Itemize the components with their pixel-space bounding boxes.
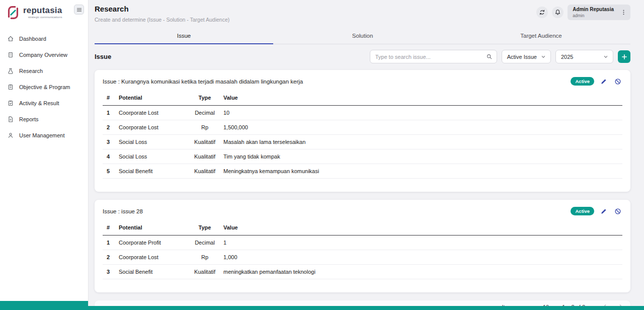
cell-num: 3 xyxy=(103,265,119,279)
issue-card: Issue : issue 28Active#PotentialTypeValu… xyxy=(95,200,630,292)
table-row: 3Social LossKualitatifMasalah akan lama … xyxy=(103,135,622,149)
cell-num: 2 xyxy=(103,250,119,265)
column-header-potential: Potential xyxy=(119,221,189,236)
sidebar-toggle-button[interactable] xyxy=(74,5,84,15)
deactivate-issue-button[interactable] xyxy=(613,78,622,85)
cell-type: Kualitatif xyxy=(189,149,220,164)
sidebar-item-company-overview[interactable]: Company Overview xyxy=(0,47,88,63)
cell-value: Masalah akan lama terselesaikan xyxy=(220,135,622,149)
tab-target-audience[interactable]: Target Audience xyxy=(452,29,630,44)
reports-icon xyxy=(7,116,14,123)
status-filter-value: Active Issue xyxy=(507,54,537,60)
cell-value: 1,000 xyxy=(220,250,622,265)
cell-type: Kualitatif xyxy=(189,164,220,179)
column-header-type: Type xyxy=(189,221,220,236)
reputasia-logo-icon xyxy=(5,5,21,21)
sidebar-item-dashboard[interactable]: Dashboard xyxy=(0,31,88,47)
user-menu[interactable]: Admin Reputasia admin xyxy=(568,5,630,20)
cell-type: Decimal xyxy=(189,106,220,120)
header-actions: Admin Reputasia admin xyxy=(536,5,630,20)
bell-icon xyxy=(554,9,561,16)
column-header-potential: Potential xyxy=(119,92,189,106)
issue-title: Issue : issue 28 xyxy=(103,208,566,214)
disable-icon xyxy=(614,78,621,85)
table-header-row: #PotentialTypeValue xyxy=(103,92,622,106)
table-row: 3Social BenefitKualitatifmeningkatkan pe… xyxy=(103,265,622,279)
sidebar-item-research[interactable]: Research xyxy=(0,63,88,79)
column-header-type: Type xyxy=(189,92,220,106)
cell-potential: Social Loss xyxy=(119,135,189,149)
year-filter-select[interactable]: 2025 xyxy=(555,50,613,63)
cell-type: Rp xyxy=(189,120,220,135)
cell-potential: Coorporate Lost xyxy=(119,120,189,135)
edit-issue-button[interactable] xyxy=(599,78,608,85)
issue-toolbar: Issue Active Issue 2025 xyxy=(95,44,630,70)
column-header-value: Value xyxy=(220,92,622,106)
sidebar-item-reports[interactable]: Reports xyxy=(0,111,88,127)
deactivate-issue-button[interactable] xyxy=(613,208,622,215)
objective-icon xyxy=(7,84,14,91)
toolbar-controls: Active Issue 2025 xyxy=(370,50,630,63)
notifications-button[interactable] xyxy=(552,7,564,18)
user-name: Admin Reputasia xyxy=(573,7,614,12)
user-icon xyxy=(7,132,14,139)
app-window: reputasia strategic communications Dashb… xyxy=(0,0,644,306)
cell-num: 5 xyxy=(103,164,119,179)
cell-num: 3 xyxy=(103,135,119,149)
add-issue-button[interactable] xyxy=(618,50,630,63)
cell-value: Tim yang tidak kompak xyxy=(220,149,622,164)
activity-icon xyxy=(7,100,14,107)
column-header-value: Value xyxy=(220,221,622,236)
next-page-button[interactable] xyxy=(614,300,627,306)
cell-num: 4 xyxy=(103,149,119,164)
previous-page-button[interactable] xyxy=(598,300,611,306)
issue-card: Issue : Kurangnya komunikasi ketika terj… xyxy=(95,70,630,192)
search-input[interactable] xyxy=(375,54,486,60)
plus-icon xyxy=(621,53,628,60)
refresh-button[interactable] xyxy=(536,7,548,18)
cell-type: Decimal xyxy=(189,236,220,250)
user-meta: Admin Reputasia admin xyxy=(573,7,614,18)
tab-issue[interactable]: Issue xyxy=(95,29,273,44)
search-icon xyxy=(486,53,493,60)
issue-card-list: Issue : Kurangnya komunikasi ketika terj… xyxy=(95,70,630,292)
sidebar-item-label: Reports xyxy=(19,116,39,122)
tab-solution[interactable]: Solution xyxy=(273,29,452,44)
edit-icon xyxy=(600,208,607,215)
sidebar-footer-accent xyxy=(0,301,88,306)
cell-value: 10 xyxy=(220,106,622,120)
tab-label: Solution xyxy=(352,33,373,39)
sidebar-item-label: Objective & Program xyxy=(19,84,70,90)
kebab-menu-icon[interactable] xyxy=(619,9,628,16)
cell-potential: Social Loss xyxy=(119,149,189,164)
issue-card-header: Issue : issue 28Active xyxy=(103,207,622,215)
sidebar-item-user-management[interactable]: User Management xyxy=(0,127,88,143)
main-content: Research Create and determine (Issue - S… xyxy=(89,0,644,306)
column-header-num: # xyxy=(103,221,119,236)
sidebar-item-label: Activity & Result xyxy=(19,100,59,106)
status-filter-select[interactable]: Active Issue xyxy=(502,50,551,63)
cell-type: Rp xyxy=(189,250,220,265)
cell-num: 1 xyxy=(103,236,119,250)
sidebar-spacer xyxy=(0,143,88,301)
sidebar-item-activity-result[interactable]: Activity & Result xyxy=(0,95,88,111)
cell-num: 2 xyxy=(103,120,119,135)
sidebar-item-objective-program[interactable]: Objective & Program xyxy=(0,79,88,95)
sidebar-item-label: User Management xyxy=(19,132,65,138)
logo-row: reputasia strategic communications xyxy=(0,0,88,23)
edit-icon xyxy=(600,78,607,85)
search-box xyxy=(370,50,497,63)
brand-tagline: strategic communications xyxy=(23,16,62,19)
cell-value: meningkatkan pemanfaatan teknologi xyxy=(220,265,622,279)
cell-potential: Social Benefit xyxy=(119,265,189,279)
bottom-accent-bar xyxy=(0,306,644,310)
table-row: 5Social BenefitKualitatifMeningkatnya ke… xyxy=(103,164,622,179)
table-row: 2Coorporate LostRp1,000 xyxy=(103,250,622,265)
page-subtitle: Create and determine (Issue - Solution -… xyxy=(95,17,229,23)
edit-issue-button[interactable] xyxy=(599,208,608,215)
tab-label: Target Audience xyxy=(520,33,561,39)
status-badge: Active xyxy=(571,77,594,86)
cell-potential: Coorporate Lost xyxy=(119,250,189,265)
refresh-icon xyxy=(539,9,545,16)
paginator-controls xyxy=(598,300,627,306)
